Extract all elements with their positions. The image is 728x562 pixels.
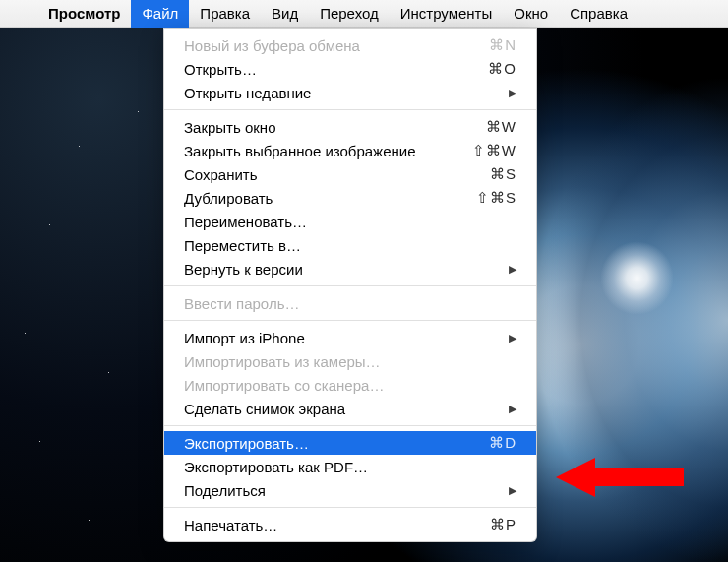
menubar-app-name[interactable]: Просмотр — [37, 0, 131, 28]
menu-separator — [164, 285, 536, 286]
menu-item[interactable]: Экспортировать…⌘D — [164, 431, 536, 455]
menu-item-label: Переименовать… — [184, 214, 307, 230]
menu-separator — [164, 507, 536, 508]
menubar-item-переход[interactable]: Переход — [309, 0, 390, 28]
menu-item[interactable]: Сделать снимок экрана▶ — [164, 397, 536, 420]
submenu-arrow-icon: ▶ — [509, 484, 516, 497]
menu-item-shortcut: ⌘S — [490, 165, 516, 183]
menu-item: Импортировать из камеры… — [164, 349, 536, 373]
submenu-arrow-icon: ▶ — [509, 332, 516, 344]
file-menu-dropdown: Новый из буфера обмена⌘NОткрыть…⌘OОткрыт… — [163, 28, 537, 542]
menu-item-label: Открыть недавние — [184, 85, 311, 101]
menu-item-label: Закрыть выбранное изображение — [184, 143, 415, 159]
menu-item-shortcut: ⌘N — [489, 36, 516, 54]
menubar-item-справка[interactable]: Справка — [559, 0, 638, 28]
menubar-item-вид[interactable]: Вид — [261, 0, 309, 28]
system-menubar: Просмотр ФайлПравкаВидПереходИнструменты… — [0, 0, 728, 28]
menu-item-label: Экспортировать как PDF… — [184, 459, 368, 475]
menu-item[interactable]: Сохранить⌘S — [164, 162, 536, 186]
menubar-item-окно[interactable]: Окно — [503, 0, 559, 28]
menu-separator — [164, 320, 536, 321]
menu-item[interactable]: Экспортировать как PDF… — [164, 455, 536, 478]
menu-item-label: Дублировать — [184, 190, 273, 207]
menu-item[interactable]: Открыть…⌘O — [164, 57, 536, 81]
menu-item-label: Закрыть окно — [184, 119, 275, 136]
menubar-item-правка[interactable]: Правка — [189, 0, 261, 28]
menu-item-label: Импорт из iPhone — [184, 330, 305, 346]
submenu-arrow-icon: ▶ — [509, 87, 516, 99]
menu-item[interactable]: Закрыть окно⌘W — [164, 115, 536, 139]
menu-item-label: Ввести пароль… — [184, 295, 299, 312]
menubar-item-инструменты[interactable]: Инструменты — [390, 0, 504, 28]
submenu-arrow-icon: ▶ — [509, 403, 516, 415]
menu-item-label: Открыть… — [184, 61, 257, 78]
menu-item-label: Новый из буфера обмена — [184, 37, 360, 54]
menu-item[interactable]: Переместить в… — [164, 233, 536, 257]
menu-item-label: Напечатать… — [184, 517, 277, 533]
menu-item-shortcut: ⇧⌘S — [476, 189, 516, 207]
menu-item[interactable]: Импорт из iPhone▶ — [164, 326, 536, 349]
menu-item: Импортировать со сканера… — [164, 373, 536, 397]
submenu-arrow-icon: ▶ — [509, 263, 516, 276]
menu-item-shortcut: ⌘W — [486, 118, 516, 136]
menu-item: Новый из буфера обмена⌘N — [164, 33, 536, 57]
menu-item: Ввести пароль… — [164, 291, 536, 315]
menu-item-label: Импортировать из камеры… — [184, 353, 381, 370]
menu-item-label: Импортировать со сканера… — [184, 377, 384, 394]
menu-separator — [164, 425, 536, 426]
menu-item-label: Экспортировать… — [184, 435, 309, 452]
menubar-item-файл[interactable]: Файл — [131, 0, 189, 28]
menu-item[interactable]: Напечатать…⌘P — [164, 513, 536, 536]
svg-marker-0 — [556, 458, 684, 497]
menu-item[interactable]: Переименовать… — [164, 210, 536, 233]
menu-item-label: Поделиться — [184, 482, 266, 499]
annotation-arrow — [556, 453, 694, 502]
menu-item-shortcut: ⌘P — [490, 516, 516, 533]
menu-item[interactable]: Закрыть выбранное изображение⇧⌘W — [164, 139, 536, 162]
menu-item-label: Сделать снимок экрана — [184, 401, 345, 417]
menu-item-label: Сохранить — [184, 166, 258, 183]
menu-item[interactable]: Вернуть к версии▶ — [164, 257, 536, 281]
menu-item-label: Вернуть к версии — [184, 261, 303, 278]
menu-separator — [164, 109, 536, 110]
menu-item-shortcut: ⌘O — [488, 60, 516, 78]
menu-item[interactable]: Поделиться▶ — [164, 478, 536, 502]
menu-item[interactable]: Открыть недавние▶ — [164, 81, 536, 104]
menu-item-shortcut: ⇧⌘W — [472, 142, 516, 159]
menu-item-shortcut: ⌘D — [489, 434, 516, 452]
menu-item[interactable]: Дублировать⇧⌘S — [164, 186, 536, 210]
menu-item-label: Переместить в… — [184, 237, 301, 254]
